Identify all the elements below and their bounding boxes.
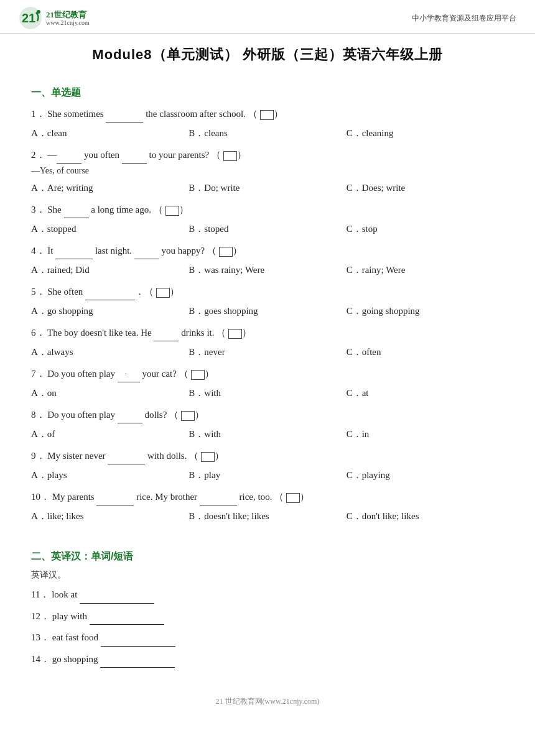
q10-optB: B．doesn't like; likes [188, 508, 346, 525]
q8-num: 8． [31, 410, 45, 420]
q6-paren [228, 329, 242, 339]
q5-options: A．go shopping B．goes shopping C．going sh… [31, 303, 504, 320]
q7-num: 7． [31, 369, 45, 379]
q10-text1: My parents [52, 492, 97, 502]
q4-optB: B．was rainy; Were [188, 262, 346, 279]
q4-options: A．rained; Did B．was rainy; Were C．rainy;… [31, 262, 504, 279]
content-area: 一、单选题 1． She sometimes the classroom aft… [0, 69, 535, 684]
q8-options: A．of B．with C．in [31, 426, 504, 443]
q8-blank [118, 413, 142, 423]
q8-paren [181, 411, 195, 421]
q7-options: A．on B．with C．at [31, 385, 504, 402]
section1-title: 一、单选题 [31, 86, 504, 99]
q1-blank [106, 113, 143, 122]
q2-optC: C．Does; write [347, 180, 504, 196]
q4-optC: C．rainy; Were [347, 262, 504, 279]
q6-options: A．always B．never C．often [31, 344, 504, 361]
q10-text2: rice. My brother [134, 492, 199, 502]
section2-sublabel: 英译汉。 [31, 569, 504, 581]
q9-text2: with dolls. （） [145, 451, 224, 461]
q5-optA: A．go shopping [31, 303, 188, 320]
q2-num: 2． [31, 150, 45, 160]
q4-text1: It [47, 246, 55, 256]
fill-num-13: 13． eat fast food [31, 632, 101, 642]
question-1: 1． She sometimes the classroom after sch… [31, 106, 504, 122]
question-5: 5． She often ．（） [31, 284, 504, 300]
q10-paren [286, 493, 300, 503]
header-platform: 中小学教育资源及组卷应用平台 [412, 13, 516, 24]
fill-item-11: 11． look at [31, 586, 504, 604]
question-6: 6． The boy doesn't like tea. He drinks i… [31, 325, 504, 341]
q8-optB: B．with [188, 426, 346, 443]
q9-optB: B．play [188, 467, 346, 484]
q8-text1: Do you often play [47, 410, 117, 420]
q9-optA: A．plays [31, 467, 188, 484]
q4-text2: last night. [93, 246, 134, 256]
q1-optA: A．clean [31, 125, 188, 142]
q3-num: 3． [31, 205, 45, 214]
q1-num: 1． [31, 109, 45, 119]
q7-text1: Do you often play [47, 369, 117, 379]
logo-area: 21 21世纪教育 www.21cnjy.com [19, 6, 90, 30]
question-3: 3． She a long time ago. （） [31, 201, 504, 218]
q6-text2: drinks it. （） [179, 328, 251, 338]
q9-paren [201, 452, 215, 462]
q1-options: A．clean B．cleans C．cleaning [31, 125, 504, 142]
q6-optB: B．never [188, 344, 346, 361]
q10-optC: C．don't like; likes [347, 508, 504, 525]
q10-num: 10． [31, 492, 50, 502]
q7-paren [191, 370, 205, 380]
q7-optA: A．on [31, 385, 188, 402]
question-10: 10． My parents rice. My brother rice, to… [31, 489, 504, 505]
q9-blank [108, 454, 145, 464]
question-2: 2． — you often to your parents? （） [31, 147, 504, 164]
q2-text3: to your parents? （） [147, 150, 246, 160]
logo-icon: 21 [19, 6, 42, 30]
question-8: 8． Do you often play dolls? （） [31, 407, 504, 423]
footer-text: 21 世纪教育网(www.21cnjy.com) [216, 697, 320, 706]
q8-optC: C．in [347, 426, 504, 443]
q10-text3: rice, too. （） [237, 492, 309, 502]
q5-text2: ．（） [135, 287, 179, 297]
svg-point-2 [37, 10, 40, 14]
q1-text2: the classroom after school. （） [143, 109, 282, 119]
question-7: 7． Do you often play · your cat? （） [31, 366, 504, 382]
q2-optA: A．Are; writing [31, 180, 188, 196]
section2-title: 二、英译汉：单词/短语 [31, 550, 504, 563]
q1-text1: She sometimes [47, 109, 106, 119]
q2-options: A．Are; writing B．Do; write C．Does; write [31, 180, 504, 196]
q5-text1: She often [47, 287, 85, 297]
q5-optC: C．going shopping [347, 303, 504, 320]
q2-optB: B．Do; write [188, 180, 346, 196]
q5-num: 5． [31, 287, 45, 297]
q9-options: A．plays B．play C．playing [31, 467, 504, 484]
fill-blank-12 [90, 615, 164, 625]
fill-item-14: 14． go shopping [31, 650, 504, 668]
q10-options: A．like; likes B．doesn't like; likes C．do… [31, 508, 504, 525]
q4-blank2 [134, 249, 159, 259]
q3-text1: She [47, 205, 63, 214]
q2-text1: — [47, 150, 57, 160]
fill-num-12: 12． play with [31, 611, 90, 621]
q4-optA: A．rained; Did [31, 262, 188, 279]
q9-num: 9． [31, 451, 45, 461]
q8-text2: dolls? （） [142, 410, 204, 420]
q1-optB: B．cleans [188, 125, 346, 142]
q9-text1: My sister never [47, 451, 108, 461]
q3-text2: a long time ago. （） [89, 205, 188, 214]
q6-blank [154, 331, 179, 341]
q1-paren [260, 110, 274, 120]
q6-optC: C．often [347, 344, 504, 361]
q10-blank2 [200, 496, 237, 505]
fill-num-11: 11． look at [31, 589, 80, 599]
q4-text3: you happy? （） [159, 246, 242, 256]
page-header: 21 21世纪教育 www.21cnjy.com 中小学教育资源及组卷应用平台 [0, 0, 535, 34]
logo-name: 21世纪教育 [46, 10, 90, 20]
question-9: 9． My sister never with dolls. （） [31, 448, 504, 464]
q7-blank: · [118, 372, 140, 382]
fill-item-13: 13． eat fast food [31, 629, 504, 647]
q7-optB: B．with [188, 385, 346, 402]
q6-num: 6． [31, 328, 45, 338]
q6-optA: A．always [31, 344, 188, 361]
q3-options: A．stopped B．stoped C．stop [31, 221, 504, 237]
